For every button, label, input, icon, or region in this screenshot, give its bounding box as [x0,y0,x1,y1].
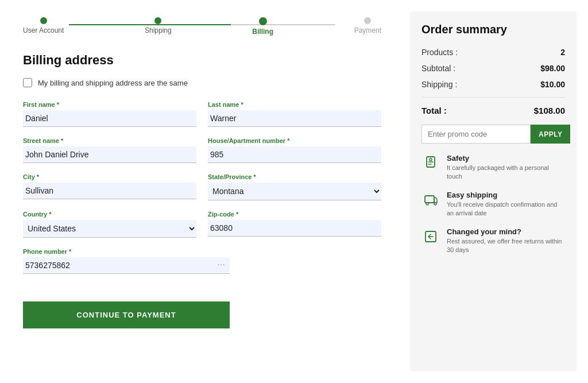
step-dot-user-account [40,17,47,24]
step-label-user-account: User Account [23,26,64,34]
street-label: Street name * [23,137,196,144]
first-name-input[interactable] [23,110,196,127]
first-name-label: First name * [23,101,196,108]
step-dot-payment [364,17,371,24]
right-column: Order summary Products : 2 Subtotal : $9… [410,11,577,372]
promo-row: APPLY [421,125,565,144]
house-group: House/Apartment number * [208,137,381,163]
step-billing: Billing [252,17,273,36]
last-name-input[interactable] [208,110,381,127]
total-value: $108.00 [534,106,565,115]
step-label-shipping: Shipping [145,26,172,34]
step-label-billing: Billing [252,28,273,36]
total-label: Total : [421,106,447,115]
step-shipping: Shipping [145,17,172,36]
step-user-account: User Account [23,17,64,36]
name-row: First name * Last name * [23,101,381,127]
same-address-label[interactable]: My billing and shipping address are the … [38,79,188,87]
city-state-row: City * State/Province * Montana Californ… [23,173,381,200]
svg-rect-2 [425,196,434,203]
same-address-row: My billing and shipping address are the … [23,78,381,87]
subtotal-row: Subtotal : $98.00 [421,64,565,73]
step-dot-shipping [154,17,161,24]
promo-apply-button[interactable]: APPLY [531,125,570,144]
products-value: 2 [560,48,565,57]
returns-text: Changed your mind? Rest assured, we offe… [447,227,565,255]
promo-input[interactable] [421,125,531,144]
feature-easy-shipping: Easy shipping You'll receive dispatch co… [421,191,565,218]
feature-safety: Safety It carefully packaged with a pers… [421,154,565,181]
step-label-payment: Payment [354,26,381,34]
stepper: User Account Shipping Billing Payment [23,17,381,36]
returns-icon [421,227,440,246]
safety-desc: It carefully packaged with a personal to… [447,164,565,181]
safety-text: Safety It carefully packaged with a pers… [447,154,565,181]
products-label: Products : [421,48,458,57]
returns-title: Changed your mind? [447,227,565,236]
left-column: User Account Shipping Billing Payment Bi… [11,11,393,372]
phone-label: Phone number * [23,248,230,255]
phone-dots-icon: ⋯ [217,260,225,269]
state-label: State/Province * [208,173,381,180]
shipping-value: $10.00 [540,80,565,89]
country-group: Country * United States Canada United Ki… [23,211,196,238]
zip-label: Zip-code * [208,211,381,218]
page-wrapper: User Account Shipping Billing Payment Bi… [0,0,588,383]
address-row: Street name * House/Apartment number * [23,137,381,163]
safety-title: Safety [447,154,565,163]
easy-shipping-title: Easy shipping [447,191,565,199]
easy-shipping-desc: You'll receive dispatch confirmation and… [447,200,565,218]
first-name-group: First name * [23,101,196,127]
city-label: City * [23,173,196,180]
returns-desc: Rest assured, we offer free returns with… [447,237,565,255]
easy-shipping-text: Easy shipping You'll receive dispatch co… [447,191,565,218]
subtotal-label: Subtotal : [421,64,455,73]
svg-point-4 [434,203,436,205]
feature-returns: Changed your mind? Rest assured, we offe… [421,227,565,255]
street-group: Street name * [23,137,196,163]
state-select[interactable]: Montana California Texas New York [208,183,381,200]
total-row: Total : $108.00 [421,106,565,115]
street-input[interactable] [23,146,196,163]
country-label: Country * [23,211,196,218]
last-name-label: Last name * [208,101,381,108]
last-name-group: Last name * [208,101,381,127]
continue-to-payment-button[interactable]: CONTINUE TO PAYMENT [23,301,230,328]
step-payment: Payment [354,17,381,36]
svg-point-3 [426,203,428,205]
svg-point-1 [430,158,432,161]
shipping-row: Shipping : $10.00 [421,80,565,89]
same-address-checkbox[interactable] [23,78,32,87]
house-label: House/Apartment number * [208,137,381,144]
zip-group: Zip-code * [208,211,381,238]
phone-input[interactable] [23,257,230,274]
products-row: Products : 2 [421,48,565,57]
summary-divider [421,97,565,98]
section-title: Billing address [23,53,381,68]
house-input[interactable] [208,146,381,163]
country-zip-row: Country * United States Canada United Ki… [23,211,381,238]
subtotal-value: $98.00 [540,64,565,73]
stepper-steps: User Account Shipping Billing Payment [23,17,381,36]
city-group: City * [23,173,196,200]
order-summary-title: Order summary [421,23,565,36]
phone-group: Phone number * ⋯ [23,248,230,274]
step-dot-billing [259,17,267,25]
easy-shipping-icon [421,191,440,209]
phone-row: Phone number * ⋯ [23,248,381,274]
phone-wrapper: ⋯ [23,257,230,274]
country-select[interactable]: United States Canada United Kingdom [23,220,196,238]
safety-icon [421,154,440,172]
city-input[interactable] [23,183,196,199]
shipping-label: Shipping : [421,80,457,89]
state-group: State/Province * Montana California Texa… [208,173,381,200]
zip-input[interactable] [208,220,381,237]
